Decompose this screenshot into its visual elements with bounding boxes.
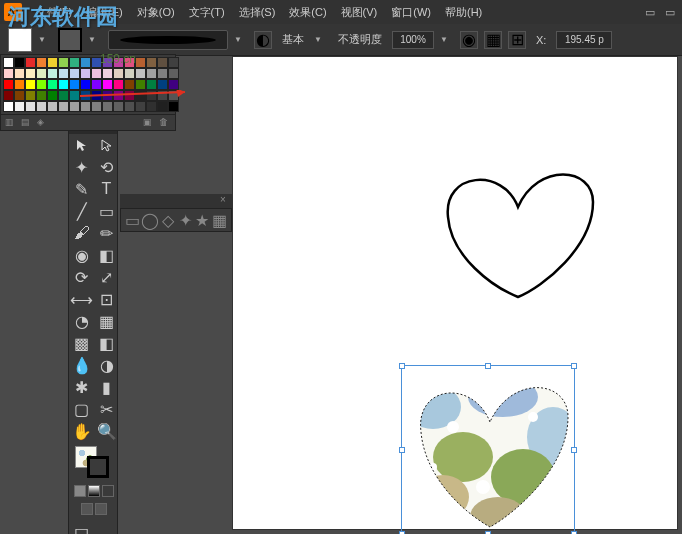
eyedropper-tool[interactable]: 💧 — [69, 354, 94, 376]
opt-icon-1[interactable]: ▭ — [125, 212, 140, 228]
swatch-cell[interactable] — [58, 101, 69, 112]
opt-icon-2[interactable]: ◯ — [142, 212, 158, 228]
swatch-cell[interactable] — [102, 90, 113, 101]
swatch-cell[interactable] — [135, 90, 146, 101]
stroke-dropdown-icon[interactable]: ▼ — [88, 35, 102, 44]
swatch-cell[interactable] — [146, 90, 157, 101]
swatch-cell[interactable] — [58, 68, 69, 79]
swatch-cell[interactable] — [47, 90, 58, 101]
opacity-input[interactable] — [392, 31, 434, 49]
opt-icon-6[interactable]: ▦ — [212, 212, 227, 228]
full-screen-icon[interactable] — [95, 503, 107, 515]
slice-tool[interactable]: ✂ — [94, 398, 119, 420]
brush-preview[interactable] — [108, 30, 228, 50]
column-graph-tool[interactable]: ▮ — [94, 376, 119, 398]
menu-select[interactable]: 选择(S) — [233, 3, 282, 22]
menu-effect[interactable]: 效果(C) — [283, 3, 332, 22]
swatch-cell[interactable] — [168, 57, 179, 68]
swatch-cell[interactable] — [69, 79, 80, 90]
line-tool[interactable]: ╱ — [69, 200, 94, 222]
swatch-cell[interactable] — [80, 68, 91, 79]
swatch-cell[interactable] — [91, 90, 102, 101]
change-screen-mode[interactable]: ▭ — [69, 518, 94, 534]
swatch-cell[interactable] — [91, 57, 102, 68]
swatch-cell[interactable] — [91, 68, 102, 79]
perspective-grid-tool[interactable]: ▦ — [94, 310, 119, 332]
shape-builder-tool[interactable]: ◔ — [69, 310, 94, 332]
swatch-cell[interactable] — [157, 90, 168, 101]
transform-button[interactable]: ⊞ — [508, 31, 526, 49]
direct-selection-tool[interactable] — [94, 134, 119, 156]
swatch-menu-icon[interactable]: ▤ — [21, 117, 33, 129]
swatch-cell[interactable] — [91, 101, 102, 112]
swatch-cell[interactable] — [113, 79, 124, 90]
fill-swatch[interactable] — [8, 28, 32, 52]
swatch-cell[interactable] — [14, 90, 25, 101]
swatch-cell[interactable] — [124, 57, 135, 68]
paintbrush-tool[interactable]: 🖌 — [69, 222, 94, 244]
swatch-cell[interactable] — [36, 90, 47, 101]
swatch-cell[interactable] — [113, 101, 124, 112]
swatch-cell[interactable] — [3, 101, 14, 112]
rectangle-tool[interactable]: ▭ — [94, 200, 119, 222]
menu-edit[interactable]: 编辑(E) — [80, 3, 129, 22]
swatch-cell[interactable] — [58, 90, 69, 101]
swatch-cell[interactable] — [157, 79, 168, 90]
swatch-cell[interactable] — [25, 101, 36, 112]
rotate-tool[interactable]: ⟳ — [69, 266, 94, 288]
swatch-cell[interactable] — [47, 79, 58, 90]
heart-pattern-shape[interactable] — [403, 367, 577, 534]
swatch-cell[interactable] — [157, 68, 168, 79]
swatch-cell[interactable] — [69, 57, 80, 68]
swatch-cell[interactable] — [168, 79, 179, 90]
layout-icon[interactable]: ▭ — [642, 4, 658, 20]
opt-icon-4[interactable]: ✦ — [177, 212, 192, 228]
menu-help[interactable]: 帮助(H) — [439, 3, 488, 22]
swatch-cell[interactable] — [146, 101, 157, 112]
opacity-dropdown-icon[interactable]: ▼ — [440, 35, 454, 44]
swatch-cell[interactable] — [124, 68, 135, 79]
stroke-swatch[interactable] — [58, 28, 82, 52]
magic-wand-tool[interactable]: ✦ — [69, 156, 94, 178]
pencil-tool[interactable]: ✏ — [94, 222, 119, 244]
blob-brush-tool[interactable]: ◉ — [69, 244, 94, 266]
swatch-cell[interactable] — [124, 101, 135, 112]
swatch-cell[interactable] — [47, 57, 58, 68]
width-tool[interactable]: ⟷ — [69, 288, 94, 310]
align-button[interactable]: ▦ — [484, 31, 502, 49]
lasso-tool[interactable]: ⟲ — [94, 156, 119, 178]
selection-tool[interactable] — [69, 134, 94, 156]
fill-stroke-indicator[interactable] — [69, 442, 119, 482]
stroke-indicator[interactable] — [87, 456, 109, 478]
swatch-cell[interactable] — [135, 101, 146, 112]
swatch-cell[interactable] — [168, 101, 179, 112]
swatch-cell[interactable] — [146, 68, 157, 79]
swatch-library-icon[interactable]: ▥ — [5, 117, 17, 129]
new-swatch-icon[interactable]: ▣ — [143, 117, 155, 129]
swatch-cell[interactable] — [157, 101, 168, 112]
heart-outline-shape[interactable] — [433, 157, 603, 307]
menu-view[interactable]: 视图(V) — [335, 3, 384, 22]
fill-dropdown-icon[interactable]: ▼ — [38, 35, 52, 44]
swatch-cell[interactable] — [14, 57, 25, 68]
swatch-options-icon[interactable]: ◈ — [37, 117, 49, 129]
swatch-cell[interactable] — [135, 79, 146, 90]
free-transform-tool[interactable]: ⊡ — [94, 288, 119, 310]
swatch-cell[interactable] — [80, 101, 91, 112]
gradient-mode-icon[interactable] — [88, 485, 100, 497]
swatch-cell[interactable] — [3, 57, 14, 68]
x-position-input[interactable] — [556, 31, 612, 49]
swatch-cell[interactable] — [80, 90, 91, 101]
zoom-tool[interactable]: 🔍 — [94, 420, 119, 442]
swatch-cell[interactable] — [36, 79, 47, 90]
normal-screen-icon[interactable] — [81, 503, 93, 515]
swatch-cell[interactable] — [58, 79, 69, 90]
swatch-cell[interactable] — [47, 101, 58, 112]
swatch-cell[interactable] — [69, 68, 80, 79]
swatch-cell[interactable] — [36, 57, 47, 68]
delete-swatch-icon[interactable]: 🗑 — [159, 117, 171, 129]
swatch-cell[interactable] — [25, 79, 36, 90]
recolor-button[interactable]: ◉ — [460, 31, 478, 49]
opt-icon-3[interactable]: ◇ — [160, 212, 175, 228]
swatch-cell[interactable] — [80, 79, 91, 90]
